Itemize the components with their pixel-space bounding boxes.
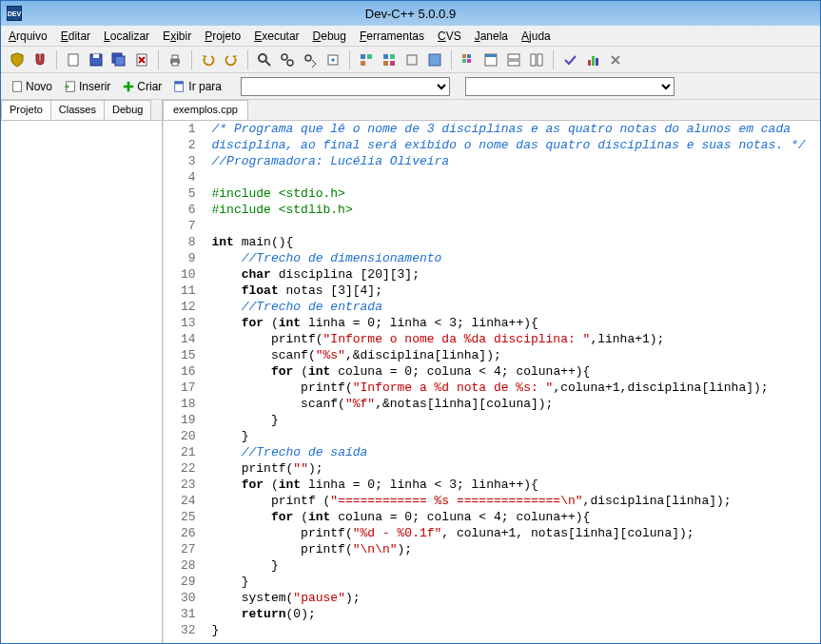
code-line[interactable]: 2disciplina, ao final será exibido o nom…	[164, 137, 820, 153]
code-text[interactable]: printf("\n\n");	[205, 541, 820, 557]
code-text[interactable]: int main(){	[205, 234, 820, 250]
code-line[interactable]: 30 system("pause");	[164, 590, 820, 606]
ir-para-button[interactable]: Ir para	[169, 78, 225, 95]
menu-ajuda[interactable]: Ajuda	[521, 29, 551, 43]
code-line[interactable]: 17 printf("Informe a %d nota de %s: ",co…	[164, 380, 820, 396]
code-text[interactable]: }	[205, 622, 820, 638]
code-text[interactable]	[205, 218, 820, 234]
tab-projeto[interactable]: Projeto	[1, 100, 51, 120]
magnet-icon[interactable]	[29, 49, 50, 70]
save-icon[interactable]	[86, 49, 107, 70]
code-line[interactable]: 25 for (int coluna = 0; coluna < 4; colu…	[164, 509, 820, 525]
inserir-button[interactable]: Inserir	[60, 78, 114, 95]
code-line[interactable]: 3//Programadora: Lucélia Oliveira	[164, 153, 820, 169]
code-line[interactable]: 21 //Trecho de saída	[164, 444, 820, 460]
code-line[interactable]: 29 }	[164, 574, 820, 590]
run-icon[interactable]	[379, 49, 400, 70]
code-text[interactable]: for (int linha = 0; linha < 3; linha++){	[205, 315, 820, 331]
code-editor[interactable]: 1/* Programa que lê o nome de 3 discipli…	[163, 121, 820, 644]
redo-icon[interactable]	[221, 49, 242, 70]
code-line[interactable]: 31 return(0);	[164, 606, 820, 622]
print-icon[interactable]	[165, 49, 186, 70]
project-tree[interactable]	[1, 121, 162, 644]
chart-icon[interactable]	[582, 49, 603, 70]
shield-icon[interactable]	[7, 49, 28, 70]
code-line[interactable]: 12 //Trecho de entrada	[164, 299, 820, 315]
code-line[interactable]: 6#include <stdlib.h>	[164, 202, 820, 218]
close-file-icon[interactable]	[131, 49, 152, 70]
undo-icon[interactable]	[198, 49, 219, 70]
code-line[interactable]: 9 //Trecho de dimensionamento	[164, 250, 820, 266]
code-line[interactable]: 4	[164, 169, 820, 185]
replace-icon[interactable]	[277, 49, 298, 70]
code-text[interactable]: for (int linha = 0; linha < 3; linha++){	[205, 477, 820, 493]
new-file-icon[interactable]	[63, 49, 84, 70]
find-icon[interactable]	[254, 49, 275, 70]
code-text[interactable]: printf ("============ %s ==============\…	[205, 493, 820, 509]
code-line[interactable]: 13 for (int linha = 0; linha < 3; linha+…	[164, 315, 820, 331]
code-text[interactable]: #include <stdio.h>	[205, 185, 820, 202]
code-line[interactable]: 15 scanf("%s",&disciplina[linha]);	[164, 347, 820, 363]
code-text[interactable]: scanf("%f",&notas[linha][coluna]);	[205, 396, 820, 412]
menu-executar[interactable]: Executar	[254, 29, 299, 43]
menu-exibir[interactable]: Exibir	[163, 29, 191, 43]
code-line[interactable]: 7	[164, 218, 820, 234]
save-all-icon[interactable]	[108, 49, 129, 70]
code-line[interactable]: 26 printf("%d - %0.1f", coluna+1, notas[…	[164, 525, 820, 541]
check-icon[interactable]	[559, 49, 580, 70]
code-text[interactable]: }	[205, 428, 820, 444]
code-line[interactable]: 20 }	[164, 428, 820, 444]
code-line[interactable]: 23 for (int linha = 0; linha < 3; linha+…	[164, 477, 820, 493]
code-text[interactable]: for (int coluna = 0; coluna < 4; coluna+…	[205, 509, 820, 525]
code-line[interactable]: 5#include <stdio.h>	[164, 185, 820, 202]
code-text[interactable]: return(0);	[205, 606, 820, 622]
novo-button[interactable]: Novo	[7, 78, 56, 95]
code-line[interactable]: 10 char disciplina [20][3];	[164, 266, 820, 283]
code-text[interactable]: char disciplina [20][3];	[205, 266, 820, 283]
combo-2[interactable]	[465, 77, 674, 96]
menu-editar[interactable]: Editar	[61, 29, 90, 43]
code-text[interactable]: }	[205, 574, 820, 590]
compile-run-icon[interactable]	[401, 49, 422, 70]
grid-icon[interactable]	[458, 49, 479, 70]
code-text[interactable]: //Programadora: Lucélia Oliveira	[205, 153, 820, 169]
code-text[interactable]: printf("Informe o nome da %da disciplina…	[205, 331, 820, 347]
tab-exemplos-cpp[interactable]: exemplos.cpp	[163, 100, 248, 120]
menu-arquivo[interactable]: Arquivo	[9, 29, 48, 43]
menu-janela[interactable]: Janela	[475, 29, 508, 43]
tab-debug[interactable]: Debug	[104, 100, 151, 120]
menu-debug[interactable]: Debug	[313, 29, 346, 43]
code-text[interactable]: }	[205, 557, 820, 574]
find-next-icon[interactable]	[300, 49, 321, 70]
code-text[interactable]: printf("Informe a %d nota de %s: ",colun…	[205, 380, 820, 396]
tab-classes[interactable]: Classes	[50, 100, 105, 120]
code-text[interactable]: printf("%d - %0.1f", coluna+1, notas[lin…	[205, 525, 820, 541]
code-line[interactable]: 18 scanf("%f",&notas[linha][coluna]);	[164, 396, 820, 412]
code-text[interactable]: //Trecho de saída	[205, 444, 820, 460]
code-text[interactable]: float notas [3][4];	[205, 283, 820, 299]
code-text[interactable]: //Trecho de dimensionamento	[205, 250, 820, 266]
code-text[interactable]: /* Programa que lê o nome de 3 disciplin…	[205, 121, 820, 137]
code-text[interactable]: printf("");	[205, 460, 820, 477]
code-line[interactable]: 19 }	[164, 412, 820, 428]
code-text[interactable]: for (int coluna = 0; coluna < 4; coluna+…	[205, 363, 820, 380]
code-line[interactable]: 24 printf ("============ %s ============…	[164, 493, 820, 509]
tile-v-icon[interactable]	[526, 49, 547, 70]
code-line[interactable]: 11 float notas [3][4];	[164, 283, 820, 299]
tile-h-icon[interactable]	[503, 49, 524, 70]
goto-icon[interactable]	[323, 49, 343, 70]
code-line[interactable]: 28 }	[164, 557, 820, 574]
code-text[interactable]: }	[205, 412, 820, 428]
delete-icon[interactable]	[605, 49, 626, 70]
criar-button[interactable]: Criar	[118, 78, 166, 95]
code-line[interactable]: 32}	[164, 622, 820, 638]
code-line[interactable]: 14 printf("Informe o nome da %da discipl…	[164, 331, 820, 347]
menu-cvs[interactable]: CVS	[438, 29, 461, 43]
compile-icon[interactable]	[356, 49, 377, 70]
code-text[interactable]: #include <stdlib.h>	[205, 202, 820, 218]
code-line[interactable]: 1/* Programa que lê o nome de 3 discipli…	[164, 121, 820, 137]
menu-projeto[interactable]: Projeto	[205, 29, 241, 43]
code-text[interactable]	[205, 169, 820, 185]
combo-1[interactable]	[241, 77, 450, 96]
rebuild-icon[interactable]	[424, 49, 445, 70]
